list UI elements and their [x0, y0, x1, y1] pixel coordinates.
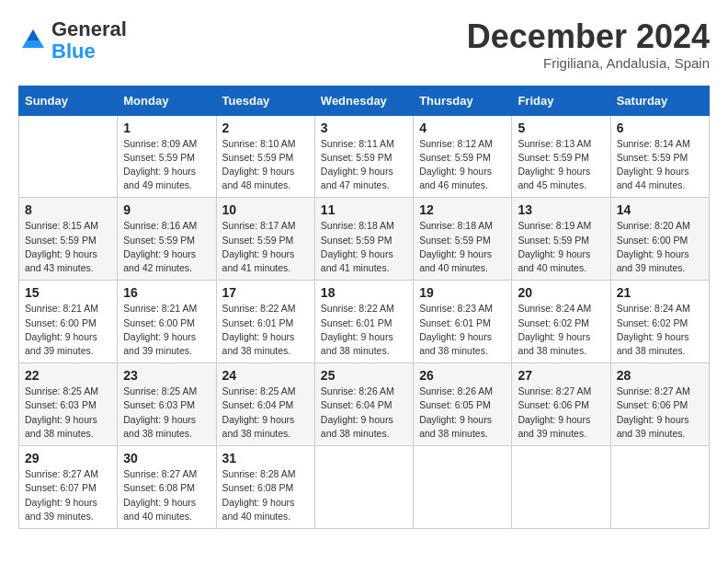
day-number: 26: [419, 368, 506, 383]
day-number: 27: [518, 368, 604, 383]
calendar-cell: 10 Sunrise: 8:17 AMSunset: 5:59 PMDaylig…: [216, 198, 314, 281]
calendar-cell: 16 Sunrise: 8:21 AMSunset: 6:00 PMDaylig…: [118, 281, 216, 363]
calendar-cell: 26 Sunrise: 8:26 AMSunset: 6:05 PMDaylig…: [414, 363, 512, 446]
day-number: 1: [123, 121, 210, 135]
calendar-cell: 19 Sunrise: 8:23 AMSunset: 6:01 PMDaylig…: [414, 281, 512, 363]
day-number: 14: [617, 202, 703, 217]
day-info: Sunrise: 8:13 AMSunset: 5:59 PMDaylight:…: [518, 138, 591, 191]
day-info: Sunrise: 8:22 AMSunset: 6:01 PMDaylight:…: [321, 303, 394, 356]
calendar-header-row: SundayMondayTuesdayWednesdayThursdayFrid…: [19, 86, 710, 115]
calendar-cell: 27 Sunrise: 8:27 AMSunset: 6:06 PMDaylig…: [512, 363, 610, 446]
calendar-cell: 11 Sunrise: 8:18 AMSunset: 5:59 PMDaylig…: [314, 198, 413, 281]
calendar-cell: 17 Sunrise: 8:22 AMSunset: 6:01 PMDaylig…: [216, 281, 314, 363]
weekday-header: Wednesday: [314, 86, 413, 115]
day-number: 30: [123, 451, 210, 465]
day-info: Sunrise: 8:11 AMSunset: 5:59 PMDaylight:…: [321, 138, 394, 191]
calendar-week-row: 1 Sunrise: 8:09 AMSunset: 5:59 PMDayligh…: [19, 115, 710, 198]
day-number: 13: [518, 202, 604, 217]
calendar-cell: 23 Sunrise: 8:25 AMSunset: 6:03 PMDaylig…: [118, 363, 216, 446]
day-info: Sunrise: 8:27 AMSunset: 6:06 PMDaylight:…: [518, 385, 591, 439]
page-header: General Blue December 2024 Frigiliana, A…: [18, 18, 710, 71]
location: Frigiliana, Andalusia, Spain: [467, 55, 710, 71]
weekday-header: Friday: [512, 86, 610, 115]
calendar-cell: [610, 446, 709, 529]
logo: General Blue: [18, 18, 127, 63]
calendar-cell: 30 Sunrise: 8:27 AMSunset: 6:08 PMDaylig…: [118, 446, 216, 529]
calendar-cell: 20 Sunrise: 8:24 AMSunset: 6:02 PMDaylig…: [512, 281, 610, 363]
logo-blue: Blue: [51, 40, 96, 63]
day-info: Sunrise: 8:18 AMSunset: 5:59 PMDaylight:…: [419, 220, 493, 273]
day-info: Sunrise: 8:09 AMSunset: 5:59 PMDaylight:…: [123, 138, 197, 191]
calendar-cell: 12 Sunrise: 8:18 AMSunset: 5:59 PMDaylig…: [414, 198, 512, 281]
day-number: 2: [222, 121, 309, 135]
day-info: Sunrise: 8:21 AMSunset: 6:00 PMDaylight:…: [123, 303, 197, 356]
calendar-cell: 15 Sunrise: 8:21 AMSunset: 6:00 PMDaylig…: [19, 281, 118, 363]
day-number: 8: [25, 202, 111, 217]
calendar-cell: [314, 446, 413, 529]
calendar-cell: [512, 446, 610, 529]
day-info: Sunrise: 8:22 AMSunset: 6:01 PMDaylight:…: [222, 303, 296, 356]
day-info: Sunrise: 8:27 AMSunset: 6:08 PMDaylight:…: [123, 468, 197, 522]
calendar-cell: 3 Sunrise: 8:11 AMSunset: 5:59 PMDayligh…: [314, 115, 413, 198]
day-info: Sunrise: 8:10 AMSunset: 5:59 PMDaylight:…: [222, 138, 296, 191]
weekday-header: Monday: [118, 86, 216, 115]
day-info: Sunrise: 8:28 AMSunset: 6:08 PMDaylight:…: [222, 468, 296, 522]
day-number: 28: [617, 368, 703, 383]
day-number: 18: [321, 285, 407, 300]
weekday-header: Thursday: [414, 86, 512, 115]
calendar-cell: [414, 446, 512, 529]
day-info: Sunrise: 8:25 AMSunset: 6:03 PMDaylight:…: [25, 385, 98, 439]
day-info: Sunrise: 8:23 AMSunset: 6:01 PMDaylight:…: [419, 303, 493, 356]
calendar-week-row: 22 Sunrise: 8:25 AMSunset: 6:03 PMDaylig…: [19, 363, 710, 446]
day-number: 4: [419, 121, 506, 135]
month-title: December 2024: [467, 18, 710, 55]
calendar-cell: 8 Sunrise: 8:15 AMSunset: 5:59 PMDayligh…: [19, 198, 118, 281]
calendar-cell: 21 Sunrise: 8:24 AMSunset: 6:02 PMDaylig…: [610, 281, 709, 363]
calendar-cell: 6 Sunrise: 8:14 AMSunset: 5:59 PMDayligh…: [610, 115, 709, 198]
calendar-cell: 31 Sunrise: 8:28 AMSunset: 6:08 PMDaylig…: [216, 446, 314, 529]
day-info: Sunrise: 8:24 AMSunset: 6:02 PMDaylight:…: [518, 303, 591, 356]
day-info: Sunrise: 8:14 AMSunset: 5:59 PMDaylight:…: [617, 138, 690, 191]
day-number: 10: [222, 202, 309, 217]
day-number: 11: [321, 202, 407, 217]
day-info: Sunrise: 8:27 AMSunset: 6:07 PMDaylight:…: [25, 468, 98, 522]
calendar-cell: 24 Sunrise: 8:25 AMSunset: 6:04 PMDaylig…: [216, 363, 314, 446]
calendar-cell: 9 Sunrise: 8:16 AMSunset: 5:59 PMDayligh…: [118, 198, 216, 281]
calendar-cell: 14 Sunrise: 8:20 AMSunset: 6:00 PMDaylig…: [610, 198, 709, 281]
day-number: 25: [321, 368, 407, 383]
day-number: 29: [25, 451, 111, 465]
day-number: 22: [25, 368, 111, 383]
calendar-cell: 5 Sunrise: 8:13 AMSunset: 5:59 PMDayligh…: [512, 115, 610, 198]
day-info: Sunrise: 8:26 AMSunset: 6:04 PMDaylight:…: [321, 385, 394, 439]
calendar-cell: 28 Sunrise: 8:27 AMSunset: 6:06 PMDaylig…: [610, 363, 709, 446]
day-number: 9: [123, 202, 210, 217]
calendar-week-row: 8 Sunrise: 8:15 AMSunset: 5:59 PMDayligh…: [19, 198, 710, 281]
calendar-cell: 18 Sunrise: 8:22 AMSunset: 6:01 PMDaylig…: [314, 281, 413, 363]
day-info: Sunrise: 8:16 AMSunset: 5:59 PMDaylight:…: [123, 220, 197, 273]
day-number: 21: [617, 285, 703, 300]
calendar-cell: 2 Sunrise: 8:10 AMSunset: 5:59 PMDayligh…: [216, 115, 314, 198]
calendar-cell: 1 Sunrise: 8:09 AMSunset: 5:59 PMDayligh…: [118, 115, 216, 198]
day-number: 16: [123, 285, 210, 300]
logo-text: General Blue: [51, 18, 127, 63]
day-info: Sunrise: 8:21 AMSunset: 6:00 PMDaylight:…: [25, 303, 98, 356]
day-number: 19: [419, 285, 506, 300]
calendar-cell: [19, 115, 118, 198]
calendar-cell: 25 Sunrise: 8:26 AMSunset: 6:04 PMDaylig…: [314, 363, 413, 446]
calendar-cell: 22 Sunrise: 8:25 AMSunset: 6:03 PMDaylig…: [19, 363, 118, 446]
day-info: Sunrise: 8:25 AMSunset: 6:03 PMDaylight:…: [123, 385, 197, 439]
day-number: 5: [518, 121, 604, 135]
day-number: 20: [518, 285, 604, 300]
day-number: 17: [222, 285, 309, 300]
day-number: 3: [321, 121, 407, 135]
day-info: Sunrise: 8:15 AMSunset: 5:59 PMDaylight:…: [25, 220, 98, 273]
day-info: Sunrise: 8:12 AMSunset: 5:59 PMDaylight:…: [419, 138, 493, 191]
logo-general: General: [51, 17, 127, 40]
weekday-header: Sunday: [19, 86, 118, 115]
day-info: Sunrise: 8:27 AMSunset: 6:06 PMDaylight:…: [617, 385, 690, 439]
day-number: 15: [25, 285, 111, 300]
calendar-table: SundayMondayTuesdayWednesdayThursdayFrid…: [18, 86, 710, 529]
weekday-header: Tuesday: [216, 86, 314, 115]
calendar-cell: 4 Sunrise: 8:12 AMSunset: 5:59 PMDayligh…: [414, 115, 512, 198]
logo-icon: [18, 26, 48, 55]
